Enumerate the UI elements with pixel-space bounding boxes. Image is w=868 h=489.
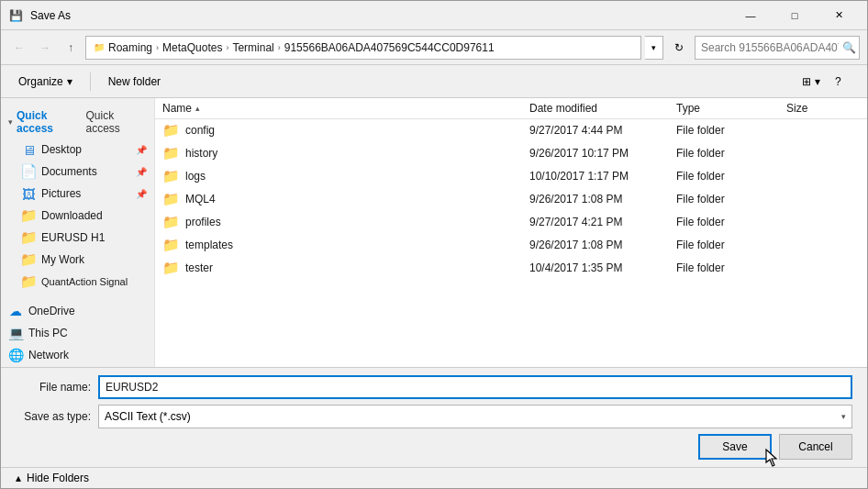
column-size[interactable]: Size (786, 102, 860, 115)
search-box[interactable]: 🔍 (695, 36, 860, 60)
path-id: 915566BA06ADA407569C544CC0D97611 (284, 41, 495, 54)
savetype-label: Save as type: (16, 410, 98, 423)
network-label: Network (28, 349, 69, 361)
table-row[interactable]: 📁 history 9/26/2017 10:17 PM File folder (155, 142, 867, 165)
mywork-icon: 📁 (21, 252, 36, 267)
path-metaquotes: MetaQuotes (162, 41, 222, 54)
filename-input[interactable] (98, 375, 852, 399)
path-icon: 📁 (94, 42, 105, 52)
downloaded-label: Downloaded (41, 209, 103, 222)
desktop-label: Desktop (41, 143, 82, 156)
savetype-value: ASCII Text (*.csv) (105, 410, 191, 423)
action-row: Save Cancel (16, 434, 852, 460)
sort-arrow: ▴ (195, 104, 200, 113)
sidebar-item-documents[interactable]: 📄 Documents 📌 (1, 161, 154, 183)
file-name: templates (185, 239, 233, 251)
table-row[interactable]: 📁 MQL4 9/26/2017 1:08 PM File folder (155, 188, 867, 211)
organize-arrow: ▾ (67, 75, 72, 88)
pictures-label: Pictures (41, 187, 81, 200)
table-row[interactable]: 📁 templates 9/26/2017 1:08 PM File folde… (155, 234, 867, 257)
sidebar-item-desktop[interactable]: 🖥 Desktop 📌 (1, 139, 154, 161)
pin-icon-desktop: 📌 (136, 145, 147, 155)
file-name: profiles (185, 216, 221, 228)
new-folder-button[interactable]: New folder (98, 70, 171, 94)
new-folder-label: New folder (108, 75, 161, 88)
hide-folders-label: Hide Folders (27, 472, 89, 484)
eurusd-icon: 📁 (21, 230, 36, 245)
view-icon: ⊞ (802, 75, 811, 88)
folder-icon: 📁 (162, 168, 180, 184)
column-name[interactable]: Name ▴ (162, 102, 529, 115)
table-row[interactable]: 📁 logs 10/10/2017 1:17 PM File folder (155, 165, 867, 188)
eurusd-label: EURUSD H1 (41, 231, 105, 244)
view-button[interactable]: ⊞ ▾ (792, 70, 830, 94)
sidebar-item-thispc[interactable]: 💻 This PC (1, 322, 154, 344)
file-type: File folder (676, 124, 786, 137)
file-date: 9/26/2017 10:17 PM (529, 147, 676, 160)
file-type: File folder (676, 193, 786, 206)
search-input[interactable] (701, 41, 839, 54)
path-sep-3: › (278, 43, 281, 52)
file-list: Name ▴ Date modified Type Size 📁 config (155, 98, 867, 367)
file-name: MQL4 (185, 193, 216, 206)
file-type: File folder (676, 261, 786, 274)
sidebar-item-mywork[interactable]: 📁 My Work (1, 249, 154, 271)
file-date: 9/27/2017 4:21 PM (529, 216, 676, 228)
table-row[interactable]: 📁 profiles 9/27/2017 4:21 PM File folder (155, 211, 867, 234)
sidebar-item-onedrive[interactable]: ☁ OneDrive (1, 300, 154, 322)
sidebar-item-eurusd[interactable]: 📁 EURUSD H1 (1, 227, 154, 249)
up-button[interactable]: ↑ (60, 37, 82, 59)
sidebar: ▾ Quick access Quick access 🖥 Desktop 📌 … (1, 98, 155, 367)
address-bar: ← → ↑ 📁 Roaming › MetaQuotes › Terminal … (1, 30, 867, 65)
sidebar-item-network[interactable]: 🌐 Network (1, 344, 154, 366)
file-date: 10/10/2017 1:17 PM (529, 170, 676, 183)
table-row[interactable]: 📁 config 9/27/2017 4:44 PM File folder (155, 119, 867, 142)
file-list-header: Name ▴ Date modified Type Size (155, 98, 867, 119)
main-content: ▾ Quick access Quick access 🖥 Desktop 📌 … (1, 98, 867, 367)
col-name-text: Name (162, 102, 192, 115)
folder-icon: 📁 (162, 145, 180, 161)
maximize-button[interactable]: □ (773, 5, 816, 27)
address-path[interactable]: 📁 Roaming › MetaQuotes › Terminal › 9155… (85, 36, 641, 60)
minimize-button[interactable]: — (729, 5, 772, 27)
path-sep-1: › (156, 43, 159, 52)
column-type[interactable]: Type (676, 102, 786, 115)
quick-access-header[interactable]: ▾ Quick access Quick access (1, 106, 154, 139)
hide-folders-bar[interactable]: ▴ Hide Folders (1, 467, 867, 488)
filename-row: File name: (16, 375, 852, 399)
organize-button[interactable]: Organize ▾ (8, 70, 83, 94)
file-date: 9/27/2017 4:44 PM (529, 124, 676, 137)
save-button[interactable]: Save (698, 434, 772, 460)
folder-icon: 📁 (162, 191, 180, 207)
file-type: File folder (676, 170, 786, 183)
path-terminal: Terminal (232, 41, 273, 54)
quick-access-text: Quick access (86, 109, 148, 135)
window-controls: — □ ✕ (729, 5, 860, 27)
sidebar-item-quantaction[interactable]: 📁 QuantAction Signal (1, 271, 154, 293)
network-icon: 🌐 (8, 348, 23, 362)
refresh-button[interactable]: ↻ (667, 36, 691, 60)
back-button[interactable]: ← (8, 37, 30, 59)
folder-icon: 📁 (162, 122, 180, 139)
table-row[interactable]: 📁 tester 10/4/2017 1:35 PM File folder (155, 257, 867, 280)
forward-button[interactable]: → (34, 37, 56, 59)
downloaded-icon: 📁 (21, 208, 36, 223)
savetype-select[interactable]: ASCII Text (*.csv) ▾ (98, 405, 852, 428)
folder-icon: 📁 (162, 260, 180, 276)
path-sep-2: › (226, 43, 228, 52)
savetype-arrow: ▾ (841, 412, 846, 421)
quantaction-label: QuantAction Signal (41, 276, 128, 287)
file-rows-container: 📁 config 9/27/2017 4:44 PM File folder 📁… (155, 119, 867, 280)
sidebar-item-pictures[interactable]: 🖼 Pictures 📌 (1, 183, 154, 205)
file-name: tester (185, 261, 213, 274)
close-button[interactable]: ✕ (818, 5, 860, 27)
sidebar-item-downloaded[interactable]: 📁 Downloaded (1, 205, 154, 227)
help-icon: ? (835, 75, 841, 88)
help-button[interactable]: ? (834, 70, 860, 94)
quantaction-icon: 📁 (21, 274, 36, 289)
column-date[interactable]: Date modified (529, 102, 676, 115)
cancel-button[interactable]: Cancel (779, 434, 852, 460)
path-dropdown[interactable]: ▾ (645, 36, 663, 60)
savetype-row: Save as type: ASCII Text (*.csv) ▾ (16, 405, 852, 428)
pictures-icon: 🖼 (21, 186, 36, 201)
